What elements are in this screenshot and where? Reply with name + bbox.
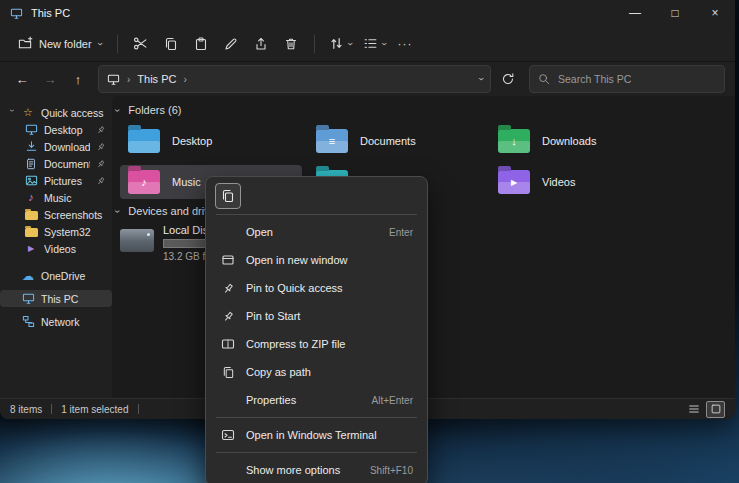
more-options-button[interactable]: ···	[398, 37, 413, 51]
desktop-icon	[24, 123, 38, 136]
pin-icon	[96, 125, 106, 135]
share-button[interactable]	[246, 30, 276, 58]
this-pc-icon	[10, 7, 23, 20]
star-icon: ☆	[21, 107, 35, 118]
sidebar-item-quick-access[interactable]: › ☆ Quick access	[0, 104, 112, 121]
sidebar-gap	[0, 257, 112, 267]
context-menu-quick-actions	[210, 181, 423, 211]
network-icon	[21, 315, 35, 328]
folder-tile-desktop[interactable]: Desktop	[120, 124, 302, 158]
command-bar: New folder › › › ···	[0, 26, 735, 62]
music-icon: ♪	[24, 192, 38, 203]
sidebar-item-onedrive[interactable]: ☁ OneDrive	[0, 267, 112, 284]
music-folder-icon: ♪	[128, 170, 160, 194]
search-icon	[538, 73, 550, 85]
pin-icon	[220, 282, 236, 295]
menu-item-open-in-windows-terminal[interactable]: Open in Windows Terminal	[210, 421, 423, 449]
view-button[interactable]: ›	[357, 32, 391, 55]
sidebar-item-videos[interactable]: ▶ Videos	[0, 240, 112, 257]
minimize-button[interactable]: —	[615, 0, 655, 26]
hard-drive-icon	[120, 229, 154, 252]
pin-icon	[96, 159, 106, 169]
breadcrumb-chevron-icon: ›	[183, 74, 186, 85]
new-folder-icon	[18, 36, 33, 51]
chevron-down-icon: ›	[94, 42, 104, 45]
sidebar-item-this-pc[interactable]: This PC	[0, 290, 112, 307]
refresh-button[interactable]	[495, 67, 521, 91]
toolbar-separator	[117, 35, 118, 53]
status-separator	[51, 404, 52, 414]
sidebar-item-documents[interactable]: Documents	[0, 155, 112, 172]
sidebar-item-music[interactable]: ♪ Music	[0, 189, 112, 206]
sidebar-item-downloads[interactable]: Downloads	[0, 138, 112, 155]
navigation-pane: › ☆ Quick access Desktop Downloads	[0, 100, 112, 399]
sidebar-item-desktop[interactable]: Desktop	[0, 121, 112, 138]
downloads-folder-icon: ↓	[498, 129, 530, 153]
large-icons-view-button[interactable]	[706, 401, 725, 418]
onedrive-cloud-icon: ☁	[21, 270, 35, 282]
status-separator	[138, 404, 139, 414]
collapse-chevron-icon[interactable]: ›	[112, 108, 123, 111]
folder-tile-documents[interactable]: ≡ Documents	[308, 124, 490, 158]
terminal-icon	[220, 428, 236, 442]
up-button[interactable]: ↑	[66, 67, 90, 91]
menu-item-open-in-new-window[interactable]: Open in new window	[210, 246, 423, 274]
folder-icon	[24, 209, 38, 220]
breadcrumb-location[interactable]: This PC	[137, 73, 176, 85]
cut-button[interactable]	[126, 30, 156, 58]
sidebar-item-screenshots[interactable]: Screenshots	[0, 206, 112, 223]
pin-icon	[96, 176, 106, 186]
copy-button[interactable]	[156, 30, 186, 58]
copy-icon	[221, 189, 235, 203]
rename-icon	[224, 37, 238, 51]
rename-button[interactable]	[216, 30, 246, 58]
view-toggles	[685, 401, 725, 418]
menu-item-copy-as-path[interactable]: Copy as path	[210, 358, 423, 386]
pin-icon	[96, 142, 106, 152]
refresh-icon	[501, 72, 515, 86]
address-dropdown-icon[interactable]: ›	[475, 77, 485, 80]
trash-icon	[284, 37, 298, 51]
breadcrumb-chevron-icon: ›	[127, 74, 130, 85]
menu-item-open[interactable]: Open Enter	[210, 218, 423, 246]
address-bar[interactable]: › This PC › ›	[98, 65, 491, 93]
selection-count: 1 item selected	[61, 404, 128, 415]
folders-section-header[interactable]: › Folders (6)	[116, 104, 182, 116]
expand-chevron-icon[interactable]: ›	[7, 109, 16, 116]
menu-item-show-more-options[interactable]: Show more options Shift+F10	[210, 456, 423, 483]
collapse-chevron-icon[interactable]: ›	[112, 209, 123, 212]
close-button[interactable]: ×	[695, 0, 735, 26]
new-folder-label: New folder	[39, 38, 92, 50]
item-count: 8 items	[10, 404, 42, 415]
new-folder-button[interactable]: New folder ›	[10, 32, 109, 55]
sidebar-item-system32[interactable]: System32	[0, 223, 112, 240]
sort-button[interactable]: ›	[323, 32, 357, 55]
maximize-button[interactable]: □	[655, 0, 695, 26]
desktop-folder-icon	[128, 129, 160, 153]
menu-item-compress-to-zip[interactable]: Compress to ZIP file	[210, 330, 423, 358]
thumbnail-view-icon	[710, 403, 722, 415]
folder-tile-videos[interactable]: ▶ Videos	[490, 165, 672, 199]
pin-icon	[220, 310, 236, 323]
folder-tile-downloads[interactable]: ↓ Downloads	[490, 124, 672, 158]
copy-quick-action-button[interactable]	[215, 183, 241, 209]
toolbar-separator	[314, 35, 315, 53]
window-title: This PC	[31, 7, 70, 19]
new-window-icon	[220, 253, 236, 267]
menu-item-properties[interactable]: Properties Alt+Enter	[210, 386, 423, 414]
details-view-button[interactable]	[685, 402, 702, 417]
search-box[interactable]	[529, 65, 725, 93]
location-icon	[107, 73, 120, 86]
forward-button[interactable]: →	[38, 67, 62, 91]
back-button[interactable]: ←	[10, 67, 34, 91]
delete-button[interactable]	[276, 30, 306, 58]
menu-item-pin-to-quick-access[interactable]: Pin to Quick access	[210, 274, 423, 302]
pictures-icon	[24, 174, 38, 187]
sidebar-item-network[interactable]: Network	[0, 313, 112, 330]
zip-icon	[220, 337, 236, 351]
menu-item-pin-to-start[interactable]: Pin to Start	[210, 302, 423, 330]
paste-button[interactable]	[186, 30, 216, 58]
sidebar-item-pictures[interactable]: Pictures	[0, 172, 112, 189]
menu-divider	[216, 214, 417, 215]
search-input[interactable]	[556, 72, 716, 86]
